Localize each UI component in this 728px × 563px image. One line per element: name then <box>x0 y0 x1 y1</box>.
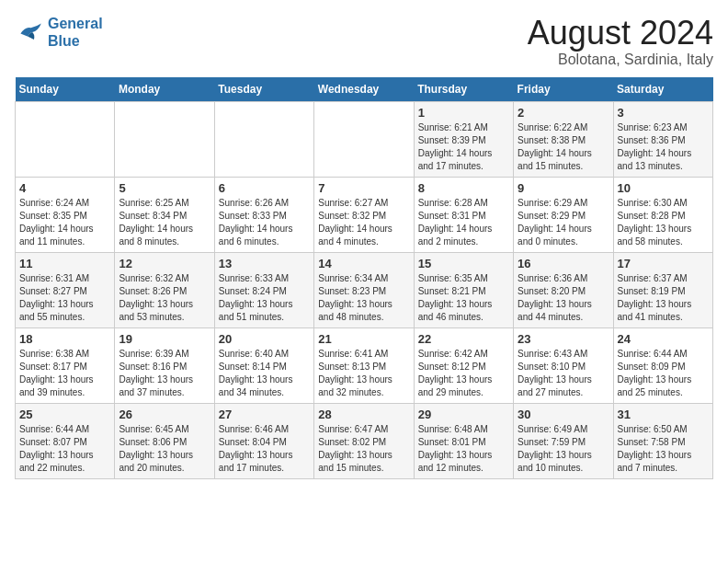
calendar-day-cell: 20Sunrise: 6:40 AM Sunset: 8:14 PM Dayli… <box>214 327 313 403</box>
calendar-day-cell: 6Sunrise: 6:26 AM Sunset: 8:33 PM Daylig… <box>214 177 313 252</box>
day-info: Sunrise: 6:40 AM Sunset: 8:14 PM Dayligh… <box>219 348 310 399</box>
calendar-body: 1Sunrise: 6:21 AM Sunset: 8:39 PM Daylig… <box>16 101 713 478</box>
calendar-day-cell: 2Sunrise: 6:22 AM Sunset: 8:38 PM Daylig… <box>514 101 613 177</box>
day-info: Sunrise: 6:23 AM Sunset: 8:36 PM Dayligh… <box>618 121 709 173</box>
day-number: 25 <box>19 408 110 421</box>
calendar-day-cell: 21Sunrise: 6:41 AM Sunset: 8:13 PM Dayli… <box>314 327 414 403</box>
day-number: 13 <box>219 257 310 270</box>
calendar-day-cell: 28Sunrise: 6:47 AM Sunset: 8:02 PM Dayli… <box>314 403 414 478</box>
day-info: Sunrise: 6:32 AM Sunset: 8:26 PM Dayligh… <box>119 272 210 324</box>
calendar-day-cell: 18Sunrise: 6:38 AM Sunset: 8:17 PM Dayli… <box>16 327 115 403</box>
day-info: Sunrise: 6:29 AM Sunset: 8:29 PM Dayligh… <box>518 197 609 248</box>
calendar-day-cell: 24Sunrise: 6:44 AM Sunset: 8:09 PM Dayli… <box>613 327 712 403</box>
calendar-day-cell: 12Sunrise: 6:32 AM Sunset: 8:26 PM Dayli… <box>115 252 214 327</box>
page-header: General Blue August 2024 Bolotana, Sardi… <box>15 15 713 68</box>
calendar-week-row: 11Sunrise: 6:31 AM Sunset: 8:27 PM Dayli… <box>16 252 713 327</box>
day-number: 2 <box>518 106 609 120</box>
day-number: 23 <box>518 332 609 346</box>
day-info: Sunrise: 6:38 AM Sunset: 8:17 PM Dayligh… <box>19 348 110 399</box>
calendar-day-cell: 22Sunrise: 6:42 AM Sunset: 8:12 PM Dayli… <box>414 327 513 403</box>
weekday-header-cell: Wednesday <box>314 77 414 102</box>
day-number: 6 <box>219 181 310 195</box>
day-number: 30 <box>518 408 609 421</box>
day-number: 4 <box>19 181 110 195</box>
calendar-day-cell: 30Sunrise: 6:49 AM Sunset: 7:59 PM Dayli… <box>514 403 613 478</box>
weekday-header-cell: Monday <box>115 77 214 102</box>
day-number: 7 <box>318 181 409 195</box>
day-number: 16 <box>518 257 609 270</box>
day-number: 15 <box>418 257 509 270</box>
day-number: 12 <box>119 257 210 270</box>
day-info: Sunrise: 6:44 AM Sunset: 8:07 PM Dayligh… <box>19 423 110 475</box>
day-number: 21 <box>318 332 409 346</box>
calendar-day-cell: 26Sunrise: 6:45 AM Sunset: 8:06 PM Dayli… <box>115 403 214 478</box>
calendar-day-cell: 27Sunrise: 6:46 AM Sunset: 8:04 PM Dayli… <box>214 403 313 478</box>
day-number: 31 <box>618 408 709 421</box>
day-info: Sunrise: 6:50 AM Sunset: 7:58 PM Dayligh… <box>618 423 709 475</box>
day-info: Sunrise: 6:37 AM Sunset: 8:19 PM Dayligh… <box>618 272 709 324</box>
day-number: 17 <box>618 257 709 270</box>
day-info: Sunrise: 6:48 AM Sunset: 8:01 PM Dayligh… <box>418 423 509 475</box>
calendar-day-cell: 16Sunrise: 6:36 AM Sunset: 8:20 PM Dayli… <box>514 252 613 327</box>
day-number: 9 <box>518 181 609 195</box>
weekday-header-row: SundayMondayTuesdayWednesdayThursdayFrid… <box>16 77 713 102</box>
day-number: 22 <box>418 332 509 346</box>
day-number: 27 <box>219 408 310 421</box>
weekday-header-cell: Saturday <box>613 77 712 102</box>
calendar-day-cell: 23Sunrise: 6:43 AM Sunset: 8:10 PM Dayli… <box>514 327 613 403</box>
day-info: Sunrise: 6:35 AM Sunset: 8:21 PM Dayligh… <box>418 272 509 324</box>
day-info: Sunrise: 6:30 AM Sunset: 8:28 PM Dayligh… <box>618 197 709 248</box>
calendar-week-row: 4Sunrise: 6:24 AM Sunset: 8:35 PM Daylig… <box>16 177 713 252</box>
day-info: Sunrise: 6:39 AM Sunset: 8:16 PM Dayligh… <box>119 348 210 399</box>
calendar-day-cell: 29Sunrise: 6:48 AM Sunset: 8:01 PM Dayli… <box>414 403 513 478</box>
calendar-table: SundayMondayTuesdayWednesdayThursdayFrid… <box>15 77 713 479</box>
day-info: Sunrise: 6:27 AM Sunset: 8:32 PM Dayligh… <box>318 197 409 248</box>
logo-icon <box>15 19 44 45</box>
weekday-header-cell: Sunday <box>16 77 115 102</box>
logo-text: General Blue <box>48 15 103 50</box>
day-number: 18 <box>19 332 110 346</box>
weekday-header-cell: Thursday <box>414 77 513 102</box>
calendar-day-cell: 4Sunrise: 6:24 AM Sunset: 8:35 PM Daylig… <box>16 177 115 252</box>
calendar-day-cell: 17Sunrise: 6:37 AM Sunset: 8:19 PM Dayli… <box>613 252 712 327</box>
day-info: Sunrise: 6:34 AM Sunset: 8:23 PM Dayligh… <box>318 272 409 324</box>
calendar-day-cell: 15Sunrise: 6:35 AM Sunset: 8:21 PM Dayli… <box>414 252 513 327</box>
calendar-day-cell: 3Sunrise: 6:23 AM Sunset: 8:36 PM Daylig… <box>613 101 712 177</box>
day-info: Sunrise: 6:24 AM Sunset: 8:35 PM Dayligh… <box>19 197 110 248</box>
day-number: 14 <box>318 257 409 270</box>
day-info: Sunrise: 6:21 AM Sunset: 8:39 PM Dayligh… <box>418 121 509 173</box>
calendar-day-cell <box>115 101 214 177</box>
weekday-header-cell: Friday <box>514 77 613 102</box>
day-number: 11 <box>19 257 110 270</box>
day-number: 1 <box>418 106 509 120</box>
day-info: Sunrise: 6:45 AM Sunset: 8:06 PM Dayligh… <box>119 423 210 475</box>
day-number: 24 <box>618 332 709 346</box>
calendar-subtitle: Bolotana, Sardinia, Italy <box>528 52 713 68</box>
day-info: Sunrise: 6:49 AM Sunset: 7:59 PM Dayligh… <box>518 423 609 475</box>
calendar-title-block: August 2024 Bolotana, Sardinia, Italy <box>528 15 713 68</box>
day-number: 26 <box>119 408 210 421</box>
calendar-week-row: 1Sunrise: 6:21 AM Sunset: 8:39 PM Daylig… <box>16 101 713 177</box>
calendar-day-cell: 11Sunrise: 6:31 AM Sunset: 8:27 PM Dayli… <box>16 252 115 327</box>
day-info: Sunrise: 6:36 AM Sunset: 8:20 PM Dayligh… <box>518 272 609 324</box>
day-number: 29 <box>418 408 509 421</box>
day-info: Sunrise: 6:44 AM Sunset: 8:09 PM Dayligh… <box>618 348 709 399</box>
day-info: Sunrise: 6:22 AM Sunset: 8:38 PM Dayligh… <box>518 121 609 173</box>
day-info: Sunrise: 6:46 AM Sunset: 8:04 PM Dayligh… <box>219 423 310 475</box>
calendar-day-cell: 13Sunrise: 6:33 AM Sunset: 8:24 PM Dayli… <box>214 252 313 327</box>
day-number: 20 <box>219 332 310 346</box>
day-info: Sunrise: 6:43 AM Sunset: 8:10 PM Dayligh… <box>518 348 609 399</box>
day-number: 5 <box>119 181 210 195</box>
calendar-day-cell: 19Sunrise: 6:39 AM Sunset: 8:16 PM Dayli… <box>115 327 214 403</box>
day-number: 28 <box>318 408 409 421</box>
calendar-day-cell: 25Sunrise: 6:44 AM Sunset: 8:07 PM Dayli… <box>16 403 115 478</box>
calendar-day-cell: 10Sunrise: 6:30 AM Sunset: 8:28 PM Dayli… <box>613 177 712 252</box>
calendar-day-cell: 8Sunrise: 6:28 AM Sunset: 8:31 PM Daylig… <box>414 177 513 252</box>
day-info: Sunrise: 6:42 AM Sunset: 8:12 PM Dayligh… <box>418 348 509 399</box>
day-number: 3 <box>618 106 709 120</box>
day-info: Sunrise: 6:26 AM Sunset: 8:33 PM Dayligh… <box>219 197 310 248</box>
calendar-day-cell <box>16 101 115 177</box>
day-info: Sunrise: 6:31 AM Sunset: 8:27 PM Dayligh… <box>19 272 110 324</box>
day-info: Sunrise: 6:47 AM Sunset: 8:02 PM Dayligh… <box>318 423 409 475</box>
weekday-header-cell: Tuesday <box>214 77 313 102</box>
